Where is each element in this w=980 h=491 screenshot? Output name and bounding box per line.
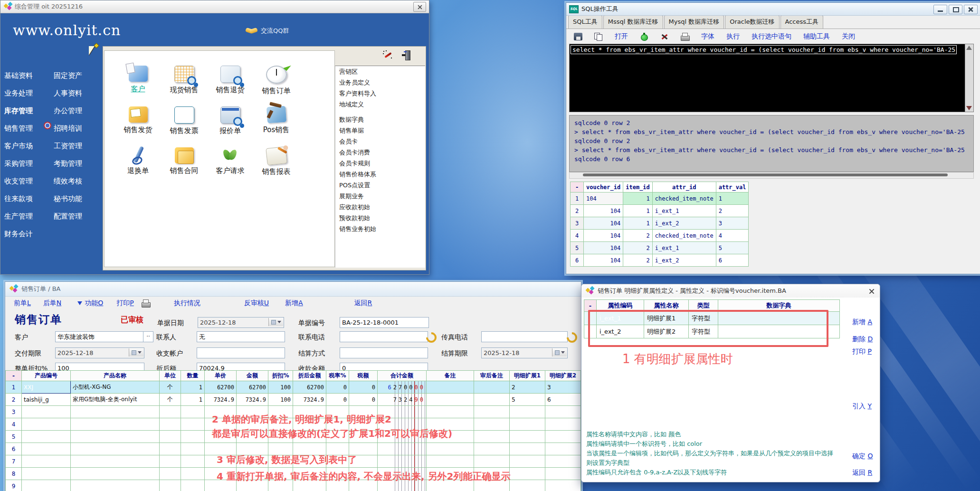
table-row[interactable]: 1 104 1 checked_item_note 1	[571, 193, 749, 205]
output-hscrollbar[interactable]	[569, 172, 974, 179]
cell-attr-id[interactable]: i_ext_1	[652, 205, 716, 217]
item-row[interactable]: 1 XXJ 小型机-XG-NG 个 1 62700 62700 100 6270…	[6, 381, 581, 394]
table-row[interactable]: 3 104 1 i_ext_2 3	[571, 217, 749, 230]
docno-field[interactable]: BA-25-12-18-0001	[340, 317, 429, 328]
app-shortcut[interactable]: 报价单	[207, 103, 253, 144]
return-button[interactable]: 返回R	[354, 299, 372, 308]
execute-button[interactable]: 执行	[726, 32, 740, 41]
copy-icon[interactable]	[594, 33, 603, 40]
save-icon[interactable]	[574, 33, 582, 40]
cell-discount[interactable]: 100	[268, 381, 293, 394]
cell-voucher-id[interactable]: 104	[584, 230, 623, 242]
ok-button[interactable]: 确定 O	[852, 452, 873, 461]
cell-tax[interactable]: 0	[349, 394, 378, 406]
editor-scrollbar[interactable]	[965, 44, 973, 112]
cell-tax[interactable]: 0	[349, 381, 378, 394]
unaudit-button[interactable]: 反审核U	[244, 299, 269, 308]
sidebar-item[interactable]: 固定资产	[54, 67, 82, 85]
scroll-up-icon[interactable]	[966, 46, 972, 50]
sidebar-item[interactable]: 库存管理	[4, 102, 33, 120]
cell-attr-val[interactable]: 5	[716, 242, 749, 254]
sidebar-item[interactable]: 考勤管理	[54, 155, 82, 173]
attr-titlebar[interactable]: 销售订单 明细扩展属性定义 - 属性定义 - 标识编号voucher.item.…	[581, 284, 880, 298]
scroll-thumb[interactable]	[583, 173, 948, 176]
cell-voucher-id[interactable]: 104	[584, 217, 623, 230]
helper-tools-button[interactable]: 辅助工具	[803, 32, 830, 41]
app-shortcut[interactable]: Pos销售	[253, 103, 299, 144]
close-button[interactable]	[964, 5, 978, 14]
cell-discounted-amount[interactable]: 7324.9	[293, 394, 326, 406]
function-list-item[interactable]: 客户资料导入	[335, 88, 425, 99]
cell-tax-rate[interactable]: 0	[326, 394, 349, 406]
table-row[interactable]: 5 104 2 i_ext_1 5	[571, 242, 749, 254]
cell-attr-val[interactable]: 6	[716, 254, 749, 267]
phone-field[interactable]	[340, 331, 428, 342]
sidebar-item[interactable]: 采购管理	[4, 155, 33, 173]
sql-tab[interactable]: Mysql 数据库迁移	[664, 15, 724, 29]
function-list-item[interactable]: 会员卡	[335, 136, 425, 147]
sql-titlebar[interactable]: SQL操作工具	[566, 3, 980, 16]
cell-ext1[interactable]: 5	[510, 394, 545, 406]
sidebar-item[interactable]: 销售管理	[4, 120, 33, 137]
flask-icon[interactable]	[640, 33, 648, 40]
cell-audit-note[interactable]	[474, 394, 510, 406]
delete-button[interactable]: 删除 D	[852, 335, 873, 344]
function-list-item[interactable]: 会员卡消费	[335, 147, 425, 158]
table-row[interactable]: 4 104 2 checked_item_note 4	[571, 230, 749, 242]
cell-item-id[interactable]: 2	[623, 254, 653, 267]
sidebar-item[interactable]: 秘书功能	[54, 190, 82, 208]
function-list-item[interactable]: 预收款初始	[335, 212, 425, 223]
print-button[interactable]: 打印 P	[852, 347, 872, 356]
cell-attr-val[interactable]: 3	[716, 217, 749, 230]
cell-voucher-id[interactable]: 104	[584, 242, 623, 254]
close-button[interactable]	[413, 2, 426, 12]
open-button[interactable]: 打开	[615, 32, 628, 41]
execute-selected-button[interactable]: 执行选中语句	[752, 32, 791, 41]
import-button[interactable]: 引入 Y	[852, 402, 872, 411]
cell-ext2[interactable]: 3	[545, 381, 581, 394]
cell-item-id[interactable]: 1	[623, 193, 653, 205]
cell-tax-rate[interactable]: 0	[326, 381, 349, 394]
function-list-item[interactable]: 展期业务	[335, 191, 425, 202]
sidebar-item[interactable]: 办公管理	[54, 102, 82, 120]
cell-attr-id[interactable]: i_ext_2	[652, 254, 716, 267]
cell-item-id[interactable]: 2	[623, 230, 653, 242]
calendar-button[interactable]	[129, 348, 143, 356]
date-field[interactable]: 2025-12-18	[198, 317, 284, 328]
cut-icon[interactable]	[660, 33, 669, 40]
app-shortcut[interactable]: 销售退货	[207, 62, 253, 103]
cell-product-code[interactable]: XXJ	[22, 381, 71, 394]
cell-price[interactable]: 62700	[205, 381, 237, 394]
cell-amount[interactable]: 7324.9	[237, 394, 268, 406]
cell-amount[interactable]: 62700	[237, 381, 268, 394]
execution-status-button[interactable]: 执行情况	[174, 299, 200, 308]
sql-tab[interactable]: Access工具	[780, 15, 824, 29]
sql-editor[interactable]: select * from ebs_vr_item_attr where vou…	[569, 44, 974, 112]
app-shortcut[interactable]: 销售合同	[161, 144, 207, 185]
function-list-item[interactable]: 地域定义	[335, 99, 425, 110]
cell-voucher-id[interactable]: 104	[584, 254, 623, 267]
main-titlebar[interactable]: 综合管理 oit 20251216	[0, 0, 429, 13]
cell-attr-val[interactable]: 1	[716, 193, 749, 205]
function-list-item[interactable]: 营销区	[335, 66, 425, 77]
new-button[interactable]: 新增A	[285, 299, 303, 308]
sidebar-item[interactable]: 招聘培训	[54, 120, 82, 137]
function-list-item[interactable]: 会员卡规则	[335, 158, 425, 169]
sql-tab[interactable]: SQL工具	[568, 15, 602, 29]
qq-group-link[interactable]: 交流QQ群	[246, 27, 289, 35]
cell-unit[interactable]: 个	[160, 394, 181, 406]
prev-doc-button[interactable]: 前单L	[14, 299, 31, 308]
customer-lookup-button[interactable]: ..	[143, 331, 153, 342]
cell-attr-id[interactable]: i_ext_1	[652, 242, 716, 254]
cell-item-id[interactable]: 1	[623, 217, 653, 230]
account-field[interactable]	[197, 347, 285, 358]
cell-product-code[interactable]: taishiji_g	[22, 394, 71, 406]
function-list-item[interactable]: 销售单据	[335, 125, 425, 136]
exit-icon[interactable]	[402, 50, 410, 59]
next-doc-button[interactable]: 后单N	[43, 299, 61, 308]
cell-qty[interactable]: 1	[181, 394, 205, 406]
sidebar-item[interactable]: 基础资料	[4, 67, 33, 85]
add-button[interactable]: 新增 A	[852, 318, 872, 327]
app-shortcut[interactable]: 销售发票	[161, 103, 207, 144]
cell-item-id[interactable]: 2	[623, 242, 653, 254]
